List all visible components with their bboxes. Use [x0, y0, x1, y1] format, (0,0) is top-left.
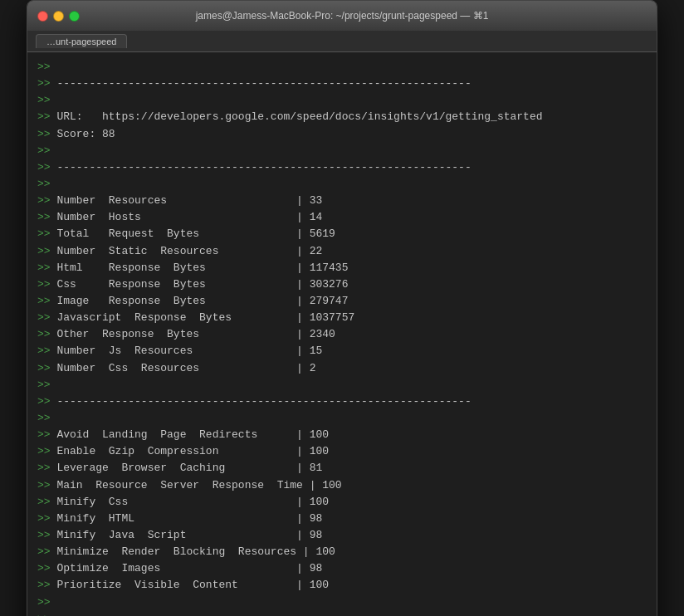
terminal-line: >> Main Resource Server Response Time | … [37, 477, 647, 494]
terminal-line: >> [37, 176, 647, 193]
terminal-line: >> Number Js Resources | 15 [37, 343, 647, 359]
prompt-symbol: >> [37, 560, 51, 577]
prompt-symbol: >> [37, 410, 51, 427]
line-text: Html Response Bytes | 117435 [51, 260, 349, 276]
prompt-symbol: >> [37, 460, 51, 477]
line-text: URL: https://developers.google.com/speed… [51, 109, 543, 125]
line-text: Score: 88 [51, 126, 115, 143]
prompt-symbol: >> [37, 159, 51, 176]
line-text: Prioritize Visible Content | 100 [51, 577, 329, 594]
prompt-symbol: >> [37, 92, 51, 109]
line-text: Total Request Bytes | 5619 [51, 226, 335, 242]
close-button[interactable] [37, 11, 48, 22]
prompt-symbol: >> [37, 594, 51, 611]
line-text: Minify Css | 100 [51, 494, 329, 511]
line-text: ----------------------------------------… [51, 611, 471, 616]
terminal-line: >> -------------------------------------… [37, 611, 647, 616]
prompt-symbol: >> [37, 260, 51, 276]
prompt-symbol: >> [37, 276, 51, 293]
line-text: Enable Gzip Compression | 100 [51, 443, 329, 460]
line-text: Number Hosts | 14 [51, 209, 323, 226]
prompt-symbol: >> [37, 293, 51, 310]
terminal-line: >> [37, 143, 647, 159]
line-text: ----------------------------------------… [51, 76, 471, 92]
prompt-symbol: >> [37, 527, 51, 544]
line-text: Minify Java Script | 98 [51, 527, 323, 544]
prompt-symbol: >> [37, 59, 51, 76]
prompt-symbol: >> [37, 343, 51, 359]
terminal-line: >> [37, 410, 647, 427]
maximize-button[interactable] [69, 11, 80, 22]
line-text: Javascript Response Bytes | 1037757 [51, 310, 355, 326]
prompt-symbol: >> [37, 443, 51, 460]
line-text: Image Response Bytes | 279747 [51, 293, 349, 310]
prompt-symbol: >> [37, 427, 51, 443]
line-text: Number Static Resources | 22 [51, 243, 323, 260]
terminal-line: >> Score: 88 [37, 126, 647, 143]
prompt-symbol: >> [37, 209, 51, 226]
prompt-symbol: >> [37, 193, 51, 209]
line-text: Other Response Bytes | 2340 [51, 326, 335, 343]
prompt-symbol: >> [37, 226, 51, 242]
terminal-line: >> -------------------------------------… [37, 159, 647, 176]
terminal-line: >> Html Response Bytes | 117435 [37, 260, 647, 276]
terminal-line: >> Number Resources | 33 [37, 193, 647, 209]
tab-bar: …unt-pagespeed [27, 31, 657, 52]
terminal-line: >> Total Request Bytes | 5619 [37, 226, 647, 242]
minimize-button[interactable] [53, 11, 64, 22]
prompt-symbol: >> [37, 611, 51, 616]
terminal-line: >> Prioritize Visible Content | 100 [37, 577, 647, 594]
prompt-symbol: >> [37, 176, 51, 193]
prompt-symbol: >> [37, 109, 51, 125]
terminal-line: >> [37, 377, 647, 394]
prompt-symbol: >> [37, 394, 51, 410]
terminal-line: >> [37, 92, 647, 109]
terminal-line: >> -------------------------------------… [37, 394, 647, 410]
terminal-line: >> [37, 59, 647, 76]
terminal-line: >> [37, 594, 647, 611]
line-text: Optimize Images | 98 [51, 560, 323, 577]
prompt-symbol: >> [37, 494, 51, 511]
prompt-symbol: >> [37, 511, 51, 527]
terminal-line: >> URL: https://developers.google.com/sp… [37, 109, 647, 125]
terminal-line: >> Optimize Images | 98 [37, 560, 647, 577]
line-text: Number Css Resources | 2 [51, 360, 316, 377]
line-text: ----------------------------------------… [51, 394, 471, 410]
terminal-line: >> Image Response Bytes | 279747 [37, 293, 647, 310]
prompt-symbol: >> [37, 243, 51, 260]
line-text: Leverage Browser Caching | 81 [51, 460, 323, 477]
line-text: Number Js Resources | 15 [51, 343, 323, 359]
prompt-symbol: >> [37, 310, 51, 326]
traffic-lights [37, 11, 80, 22]
terminal-line: >> Number Hosts | 14 [37, 209, 647, 226]
terminal-line: >> Javascript Response Bytes | 1037757 [37, 310, 647, 326]
prompt-symbol: >> [37, 544, 51, 560]
line-text: ----------------------------------------… [51, 159, 471, 176]
terminal-window: james@Jamess-MacBook-Pro: ~/projects/gru… [27, 0, 657, 616]
line-text: Number Resources | 33 [51, 193, 323, 209]
line-text: Main Resource Server Response Time | 100 [51, 477, 342, 494]
terminal-line: >> -------------------------------------… [37, 76, 647, 92]
prompt-symbol: >> [37, 76, 51, 92]
terminal-line: >> Avoid Landing Page Redirects | 100 [37, 427, 647, 443]
prompt-symbol: >> [37, 143, 51, 159]
window-title: james@Jamess-MacBook-Pro: ~/projects/gru… [196, 10, 489, 22]
line-text: Css Response Bytes | 303276 [51, 276, 349, 293]
prompt-symbol: >> [37, 126, 51, 143]
tab-pagespeed[interactable]: …unt-pagespeed [36, 34, 127, 48]
terminal-line: >> Number Static Resources | 22 [37, 243, 647, 260]
prompt-symbol: >> [37, 477, 51, 494]
line-text: Avoid Landing Page Redirects | 100 [51, 427, 329, 443]
terminal-line: >> Number Css Resources | 2 [37, 360, 647, 377]
prompt-symbol: >> [37, 577, 51, 594]
prompt-symbol: >> [37, 377, 51, 394]
terminal-line: >> Css Response Bytes | 303276 [37, 276, 647, 293]
terminal-line: >> Minify Java Script | 98 [37, 527, 647, 544]
terminal-line: >> Other Response Bytes | 2340 [37, 326, 647, 343]
line-text: Minimize Render Blocking Resources | 100 [51, 544, 335, 560]
terminal-line: >> Minify Css | 100 [37, 494, 647, 511]
terminal-output: >>>> -----------------------------------… [27, 52, 657, 616]
line-text: Minify HTML | 98 [51, 511, 323, 527]
terminal-line: >> Leverage Browser Caching | 81 [37, 460, 647, 477]
terminal-line: >> Minify HTML | 98 [37, 511, 647, 527]
